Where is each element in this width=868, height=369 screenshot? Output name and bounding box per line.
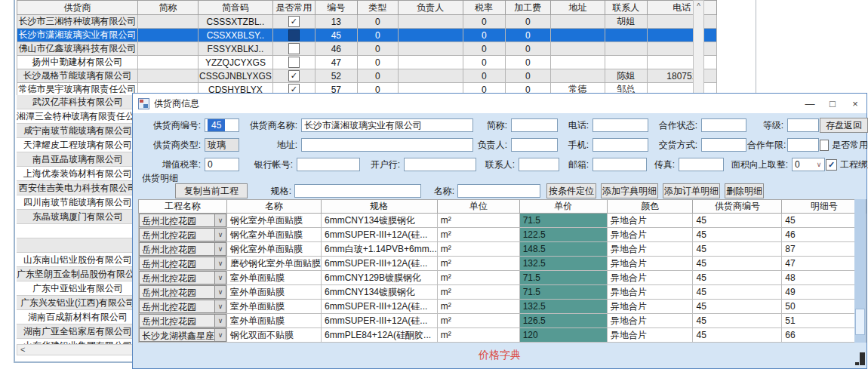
chevron-down-icon[interactable]: ∨ [214,271,226,284]
chevron-down-icon[interactable]: ∨ [214,328,226,342]
supplier-list-item[interactable]: 四川南玻节能玻璃有限公司 [17,195,139,210]
detail-column-header-5[interactable]: 颜色 [607,200,693,214]
supplier-list-item[interactable]: 山东南山铝业股份有限公司 [17,253,139,267]
project-name-combobox[interactable]: 长沙龙湖祺鑫星座∨ [139,328,226,342]
supplier-list-item[interactable]: 湘潭三金特种玻璃有限责任公司 [17,109,139,124]
coop-status-input[interactable] [701,118,746,132]
supplier-list-item[interactable]: 广东中亚铝业有限公司 [17,281,139,296]
add-dict-detail-button[interactable]: 添加字典明细 [601,183,658,198]
chevron-down-icon[interactable]: ∨ [214,314,226,327]
supplier-table-row[interactable]: 长沙晟格节能玻璃有限公司CSSGJNBLYXGS✓52000陈姐180751 [17,69,717,83]
add-order-detail-button[interactable]: 添加订单明细 [663,183,720,198]
supplier-list-item[interactable]: 南昌亚晶玻璃有限公司 [17,152,139,167]
area-round-up-dropdown[interactable]: 0 ∨ [792,158,825,171]
detail-table-row[interactable]: 岳州北控花园∨室外单面贴膜6mmSUPER-III+12A(硅...m²126.… [139,314,866,328]
supplier-table-row[interactable]: 扬州中勤建材有限公司YZZQJCYXGS47000 [17,56,717,69]
detail-vertical-scrollbar[interactable] [854,199,866,343]
grade-input[interactable] [787,118,819,132]
scroll-up-icon[interactable]: ^ [697,2,700,11]
checkbox-unchecked-icon[interactable] [288,57,300,68]
bg-column-header-2[interactable]: 简音码 [199,1,273,15]
delivery-method-input[interactable] [701,138,746,152]
supplier-list-item[interactable]: 武汉亿菲科技有限公司 [17,95,139,109]
detail-table-row[interactable]: 岳州北控花园∨钢化室外单面贴膜6mm白玻+1.14PVB+6mm...m²148… [139,242,866,257]
detail-table-row[interactable]: 岳州北控花园∨钢化室外单面贴膜6mmSUPER-III+12A(硅...m²12… [139,228,866,242]
contact-input[interactable] [519,158,559,171]
bank-account-input[interactable] [297,158,360,171]
close-button[interactable]: × [844,94,866,112]
scrollbar-thumb[interactable] [855,309,865,335]
detail-column-header-2[interactable]: 规格 [322,200,438,214]
detail-table-row[interactable]: 岳州北控花园∨室外单面贴膜6mmSUPER-III+12A(硅...m²132.… [139,300,866,314]
phone-input[interactable] [593,118,648,132]
detail-table-row[interactable]: 岳州北控花园∨钢化室外单面贴膜6mmCNY134镀膜钢化m²71.5异地合片45… [139,214,866,228]
supplier-table-row[interactable]: 长沙市三湘特种玻璃有限公司CSSSXTZBL..✓13000胡姐 [17,15,717,29]
chevron-down-icon[interactable]: ∨ [214,242,226,256]
locate-by-condition-button[interactable]: 按条件定位 [546,183,596,198]
supplier-table-row[interactable]: 佛山市亿鑫玻璃科技有限公司FSSYXBLKJ..46000 [17,42,717,56]
supplier-list-item[interactable]: 广东坚朗五金制品股份有限公司 [17,267,139,281]
copy-current-project-button[interactable]: 复制当前工程 [175,183,248,198]
bg-column-header-8[interactable]: 加工费 [505,1,550,15]
supplier-list-item[interactable] [17,238,139,253]
spec-filter-input[interactable] [294,184,421,198]
address-input[interactable] [301,138,473,152]
project-name-combobox[interactable]: 岳州北控花园∨ [139,314,226,327]
project-bind-checkbox[interactable]: ✓ 工程绑定 [826,158,868,171]
detail-column-header-1[interactable]: 名称 [227,200,322,214]
bg-column-header-9[interactable]: 地址 [550,1,605,15]
supplier-list-item[interactable]: 天津耀皮工程玻璃有限公司 [17,138,139,152]
common-use-checkbox[interactable]: 是否常用 [820,139,868,152]
fax-input[interactable] [679,158,724,171]
vertical-scrollbar[interactable]: ^ [693,0,704,94]
bg-column-header-10[interactable]: 联系人 [605,1,647,15]
checkbox-checked-icon[interactable]: ✓ [288,16,300,27]
vat-rate-input[interactable]: 0 [205,158,239,171]
manager-input[interactable] [511,138,558,152]
detail-table-row[interactable]: 长沙龙湖祺鑫星座∨钢化双面不贴膜6mmPLE84+12A(硅酮胶...m²120… [139,328,866,343]
minimize-button[interactable]: — [799,94,821,112]
supplier-list-item[interactable]: 东晶玻璃厦门有限公司 [17,210,139,224]
detail-column-header-6[interactable]: 供货商编号 [693,200,782,214]
checkbox-unchecked-icon[interactable] [288,29,300,41]
maximize-button[interactable]: □ [821,94,844,112]
dialog-titlebar[interactable]: 供货商信息 — □ × [133,94,866,113]
scroll-left-icon[interactable]: < [20,345,25,354]
supplier-table-row[interactable]: 长沙市潇湘玻璃实业有限公司CSSXXBLSY..45000 [17,29,717,42]
chevron-down-icon[interactable]: ∨ [214,257,226,270]
detail-column-header-3[interactable]: 单位 [437,200,519,214]
supplier-list-item[interactable] [17,224,139,238]
supplier-name-input[interactable]: 长沙市潇湘玻璃实业有限公司 [301,118,473,132]
bg-column-header-7[interactable]: 税率 [463,1,505,15]
project-name-combobox[interactable]: 岳州北控花园∨ [139,300,226,313]
bg-column-header-4[interactable]: 编号 [315,1,357,15]
bg-column-header-0[interactable]: 供货商 [17,1,138,15]
supplier-list-item[interactable]: 广东兴发铝业(江西)有限公司 [17,296,139,310]
project-name-combobox[interactable]: 岳州北控花园∨ [139,271,226,284]
name-filter-input[interactable] [457,184,540,198]
checkbox-unchecked-icon[interactable] [288,43,300,54]
bg-column-header-1[interactable]: 简称 [138,1,199,15]
supplier-type-input[interactable]: 玻璃 [205,138,239,152]
detail-table-row[interactable]: 岳州北控花园∨室外单面贴膜6mmCNY134镀膜钢化m²71.5异地合片4549 [139,285,866,300]
project-name-combobox[interactable]: 岳州北控花园∨ [139,257,226,270]
supplier-no-input[interactable]: 45 [205,118,239,132]
supplier-list-item[interactable]: 湖南广亚全铝家居有限公司 [17,324,139,339]
detail-table-row[interactable]: 岳州北控花园∨磨砂钢化室外单面贴膜6mmSUPER-III+12A(硅...m²… [139,257,866,271]
supplier-list-item[interactable]: 西安佳吉美电力科技有限公司 [17,181,139,195]
supplier-list-item[interactable]: 湖南百成新材料有限公司 [17,310,139,324]
horizontal-scrollbar[interactable]: < [17,344,139,355]
checkbox-checked-icon[interactable]: ✓ [288,70,300,81]
chevron-down-icon[interactable]: ∨ [214,300,226,313]
detail-column-header-4[interactable]: 单价 [519,200,607,214]
project-name-combobox[interactable]: 岳州北控花园∨ [139,228,226,241]
short-name-input[interactable] [511,118,558,132]
detail-column-header-7[interactable]: 明细号 [782,200,866,214]
supplier-list-item[interactable]: 上海优泰装饰材料有限公司 [17,167,139,181]
mobile-input[interactable] [593,138,648,152]
chevron-down-icon[interactable]: ∨ [214,285,226,299]
delete-detail-button[interactable]: 删除明细 [725,183,764,198]
save-return-button[interactable]: 存盘返回 [820,118,868,133]
bg-column-header-5[interactable]: 类型 [357,1,398,15]
project-name-combobox[interactable]: 岳州北控花园∨ [139,214,226,227]
